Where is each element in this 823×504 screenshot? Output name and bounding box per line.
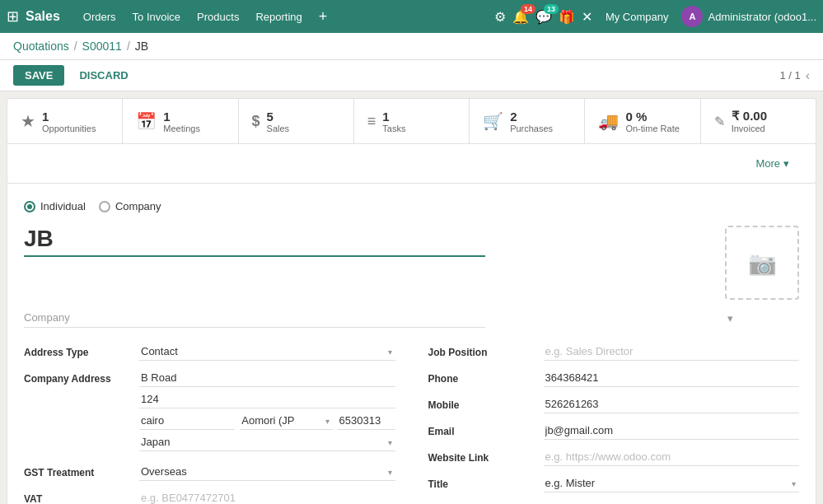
vat-input[interactable]	[139, 489, 395, 504]
stat-ontime-label: On-time Rate	[625, 124, 679, 133]
company-radio[interactable]: Company	[99, 200, 161, 212]
stat-meetings-label: Meetings	[163, 124, 200, 133]
top-navigation: ⊞ Sales Orders To Invoice Products Repor…	[0, 0, 823, 33]
more-button[interactable]: More ▾	[742, 147, 802, 180]
job-position-row: Job Position	[428, 343, 800, 361]
username: Administrator (odoo1...	[708, 11, 816, 23]
cart-icon: 🛒	[483, 111, 503, 131]
stat-sales-num: 5	[267, 110, 290, 124]
company-selector[interactable]: My Company	[599, 11, 676, 23]
breadcrumb-sep2: /	[127, 40, 130, 53]
company-address-row: Company Address Aomori (JP	[24, 369, 395, 455]
nav-icons: ⚙ 🔔 14 💬 13 🎁 ✕ My Company A Administrat…	[494, 6, 816, 27]
more-label: More	[755, 157, 780, 170]
phone-input[interactable]	[544, 369, 800, 387]
company-select-arrow-icon: ▾	[727, 312, 733, 324]
tasks-icon: ≡	[367, 113, 376, 130]
stat-opportunities[interactable]: ★ 1 Opportunities	[7, 99, 123, 143]
grid-icon[interactable]: ⊞	[7, 7, 19, 26]
company-radio-dot	[99, 201, 110, 212]
breadcrumb-s00011[interactable]: S00011	[82, 40, 122, 53]
stat-invoiced-num: ₹ 0.00	[732, 109, 767, 124]
photo-upload[interactable]: 📷	[725, 226, 799, 300]
stat-meetings[interactable]: 📅 1 Meetings	[123, 99, 238, 143]
company-address-value: Aomori (JP ▾ Japan ▾	[139, 369, 395, 455]
stat-purchases[interactable]: 🛒 2 Purchases	[470, 99, 585, 143]
nav-products[interactable]: Products	[190, 7, 245, 26]
gift-icon[interactable]: 🎁	[559, 9, 575, 25]
phone-label: Phone	[428, 369, 544, 385]
stat-tasks-num: 1	[382, 110, 405, 124]
discard-button[interactable]: DISCARD	[71, 65, 136, 86]
city-input[interactable]	[139, 412, 235, 430]
truck-icon: 🚚	[598, 111, 619, 131]
avatar: A	[681, 6, 703, 27]
stat-ontime[interactable]: 🚚 0 % On-time Rate	[585, 99, 700, 143]
stat-purchases-num: 2	[510, 110, 553, 124]
breadcrumb-quotations[interactable]: Quotations	[13, 40, 69, 53]
bell-icon[interactable]: 🔔 14	[512, 9, 529, 25]
gst-treatment-select[interactable]: Overseas	[139, 463, 395, 481]
individual-label: Individual	[40, 200, 86, 212]
company-label: Company	[115, 200, 161, 212]
nav-orders[interactable]: Orders	[77, 7, 123, 26]
mobile-row: Mobile	[428, 395, 800, 413]
breadcrumb: Quotations / S00011 / JB	[0, 33, 823, 60]
nav-reporting[interactable]: Reporting	[249, 7, 308, 26]
app-brand[interactable]: Sales	[26, 9, 60, 24]
star-icon: ★	[21, 111, 35, 131]
tags-row: Tags Tags... ▾	[428, 501, 800, 504]
breadcrumb-sep1: /	[74, 40, 77, 53]
state-select[interactable]: Aomori (JP	[240, 412, 332, 430]
job-position-input[interactable]	[544, 343, 800, 361]
more-row: More ▾	[7, 144, 816, 183]
email-label: Email	[428, 422, 544, 437]
address-type-select[interactable]: Contact	[139, 343, 395, 361]
title-label: Title	[428, 474, 544, 490]
stat-tasks[interactable]: ≡ 1 Tasks	[354, 99, 470, 143]
zip-input[interactable]	[338, 412, 395, 430]
form-left: Address Type Contact ▾ Company Address	[24, 343, 395, 504]
save-button[interactable]: SAVE	[13, 65, 64, 86]
name-input[interactable]	[24, 226, 485, 257]
website-row: Website Link	[428, 448, 800, 466]
stat-meetings-num: 1	[163, 110, 200, 124]
job-position-label: Job Position	[428, 343, 544, 358]
chat-icon[interactable]: 💬 13	[535, 9, 552, 25]
country-select[interactable]: Japan	[139, 433, 395, 451]
vat-row: VAT	[24, 489, 395, 504]
mobile-input[interactable]	[544, 395, 800, 413]
gst-treatment-value: Overseas ▾	[139, 463, 395, 481]
pagination-text: 1 / 1	[779, 69, 800, 82]
mobile-label: Mobile	[428, 395, 544, 411]
pagination-prev[interactable]: ‹	[806, 68, 810, 83]
more-chevron-icon: ▾	[783, 157, 789, 170]
address-type-row: Address Type Contact ▾	[24, 343, 395, 361]
stats-row: ★ 1 Opportunities 📅 1 Meetings $ 5 S	[7, 99, 816, 144]
tags-select[interactable]: Tags...	[544, 501, 800, 504]
title-row: Title e.g. Mister ▾	[428, 474, 800, 492]
email-input[interactable]	[544, 422, 800, 440]
nav-to-invoice[interactable]: To Invoice	[126, 7, 188, 26]
settings-icon[interactable]: ⚙	[494, 9, 506, 25]
stat-opportunities-num: 1	[42, 110, 96, 124]
individual-radio-dot	[24, 201, 35, 212]
stat-sales[interactable]: $ 5 Sales	[239, 99, 354, 143]
close-icon[interactable]: ✕	[582, 9, 592, 25]
website-input[interactable]	[544, 448, 800, 466]
vat-label: VAT	[24, 489, 139, 504]
stat-sales-label: Sales	[267, 124, 290, 133]
stat-invoiced[interactable]: ✎ ₹ 0.00 Invoiced	[701, 99, 816, 143]
address-type-value: Contact ▾	[139, 343, 395, 361]
address-line1-input[interactable]	[139, 369, 395, 387]
title-select[interactable]: e.g. Mister	[544, 474, 800, 492]
add-menu-button[interactable]: +	[312, 7, 334, 27]
name-row: 📷	[24, 226, 799, 300]
company-select[interactable]: Company	[24, 308, 485, 328]
company-address-label: Company Address	[24, 369, 139, 385]
form-right: Job Position Phone Mobile	[428, 343, 800, 504]
address-line2-input[interactable]	[139, 390, 395, 408]
user-menu[interactable]: A Administrator (odoo1...	[681, 6, 816, 27]
individual-radio[interactable]: Individual	[24, 200, 86, 212]
invoice-icon: ✎	[714, 114, 725, 129]
